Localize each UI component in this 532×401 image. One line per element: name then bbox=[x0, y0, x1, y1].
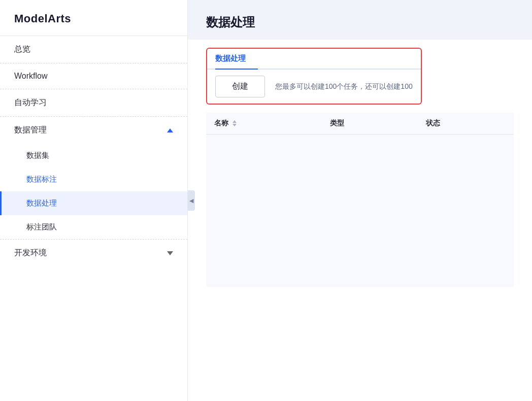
sidebar-item-auto-learning[interactable]: 自动学习 bbox=[0, 89, 187, 116]
column-header-status: 状态 bbox=[418, 119, 514, 128]
column-status-label: 状态 bbox=[426, 119, 440, 127]
sidebar-item-data-label-label: 数据标注 bbox=[26, 175, 57, 184]
content-area: 数据处理 创建 您最多可以创建100个任务，还可以创建100 名称 bbox=[188, 40, 532, 401]
sidebar-item-auto-learning-label: 自动学习 bbox=[14, 97, 47, 108]
table-container: 名称 类型 状态 bbox=[188, 113, 532, 287]
main-header: 数据处理 bbox=[188, 0, 532, 40]
expand-arrow-down-icon bbox=[167, 251, 173, 255]
create-button[interactable]: 创建 bbox=[215, 76, 265, 97]
table-header: 名称 类型 状态 bbox=[206, 113, 514, 135]
sidebar-item-data-management-label: 数据管理 bbox=[14, 125, 47, 136]
sidebar-item-dataset[interactable]: 数据集 bbox=[0, 144, 187, 168]
sidebar-item-overview-label: 总览 bbox=[14, 44, 30, 55]
column-name-label: 名称 bbox=[214, 119, 228, 128]
table-body bbox=[206, 135, 514, 287]
tab-row: 数据处理 bbox=[207, 49, 421, 70]
sidebar-item-data-processing-label: 数据处理 bbox=[26, 198, 57, 208]
sidebar: ModelArts 总览 Workflow 自动学习 数据管理 数据集 数据标注… bbox=[0, 0, 188, 401]
tab-data-processing-label: 数据处理 bbox=[215, 54, 246, 62]
sort-icon[interactable] bbox=[232, 120, 237, 126]
sidebar-item-overview[interactable]: 总览 bbox=[0, 36, 187, 63]
app-logo: ModelArts bbox=[0, 0, 187, 36]
combined-inner: 数据处理 创建 您最多可以创建100个任务，还可以创建100 bbox=[207, 49, 421, 104]
sidebar-item-dev-env[interactable]: 开发环境 bbox=[0, 240, 187, 266]
sidebar-item-workflow[interactable]: Workflow bbox=[0, 63, 187, 89]
sort-down-icon bbox=[232, 124, 237, 126]
column-header-type: 类型 bbox=[322, 119, 418, 128]
sidebar-collapse-button[interactable]: ◀ bbox=[188, 190, 195, 211]
sidebar-item-data-management[interactable]: 数据管理 bbox=[0, 117, 187, 144]
sort-up-icon bbox=[232, 120, 237, 123]
sidebar-item-dataset-label: 数据集 bbox=[26, 151, 49, 160]
quota-text: 您最多可以创建100个任务，还可以创建100 bbox=[275, 82, 413, 91]
sidebar-item-workflow-label: Workflow bbox=[14, 72, 48, 81]
page-title: 数据处理 bbox=[206, 14, 514, 30]
expand-arrow-up-icon bbox=[167, 128, 173, 132]
toolbar-row: 创建 您最多可以创建100个任务，还可以创建100 bbox=[207, 70, 421, 104]
column-type-label: 类型 bbox=[330, 119, 344, 127]
main-content: 数据处理 数据处理 创建 您最多可以创建100个任务，还可以创建100 bbox=[188, 0, 532, 401]
sidebar-item-data-label[interactable]: 数据标注 bbox=[0, 168, 187, 191]
sidebar-item-data-processing[interactable]: 数据处理 bbox=[0, 191, 187, 215]
highlighted-section: 数据处理 创建 您最多可以创建100个任务，还可以创建100 bbox=[206, 48, 422, 105]
sidebar-item-label-team-label: 标注团队 bbox=[26, 222, 57, 232]
sidebar-item-dev-env-label: 开发环境 bbox=[14, 248, 47, 258]
tab-data-processing[interactable]: 数据处理 bbox=[215, 49, 258, 69]
sidebar-item-label-team[interactable]: 标注团队 bbox=[0, 215, 187, 239]
column-header-name: 名称 bbox=[206, 119, 322, 128]
